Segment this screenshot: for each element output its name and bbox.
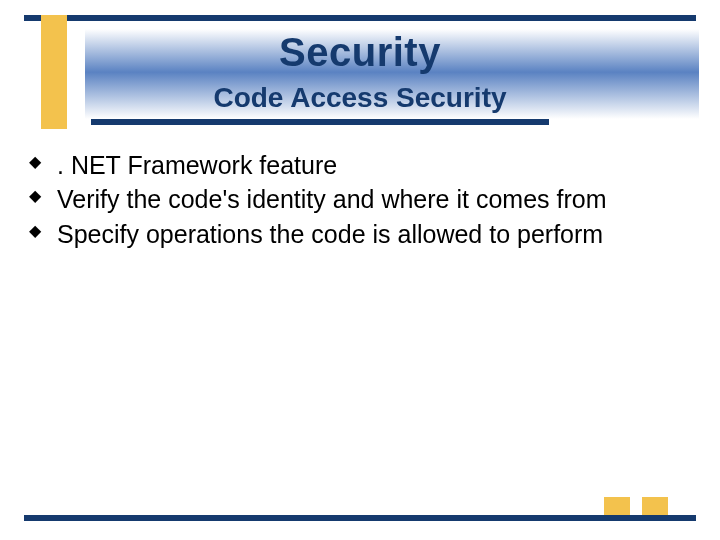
- list-item: . NET Framework feature: [25, 150, 695, 181]
- slide-subtitle: Code Access Security: [0, 82, 720, 114]
- top-horizontal-rule: [24, 15, 696, 21]
- subtitle-underline: [91, 119, 549, 125]
- bullet-list: . NET Framework feature Verify the code'…: [25, 150, 695, 250]
- list-item: Specify operations the code is allowed t…: [25, 219, 695, 250]
- list-item: Verify the code's identity and where it …: [25, 184, 695, 215]
- content-area: . NET Framework feature Verify the code'…: [25, 150, 695, 253]
- bottom-horizontal-rule: [24, 515, 696, 521]
- slide-title: Security: [0, 30, 720, 75]
